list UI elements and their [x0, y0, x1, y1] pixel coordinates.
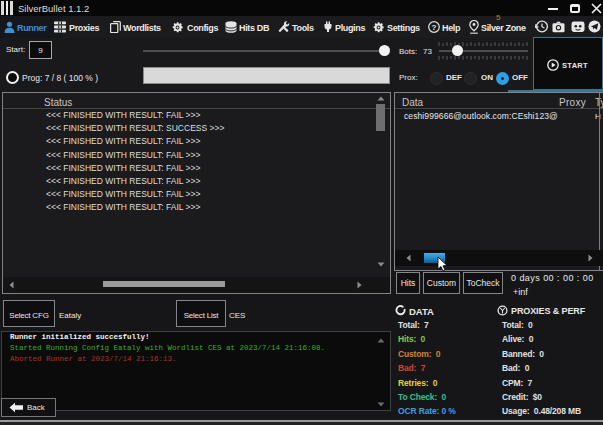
svg-text:?: ?: [432, 23, 437, 32]
